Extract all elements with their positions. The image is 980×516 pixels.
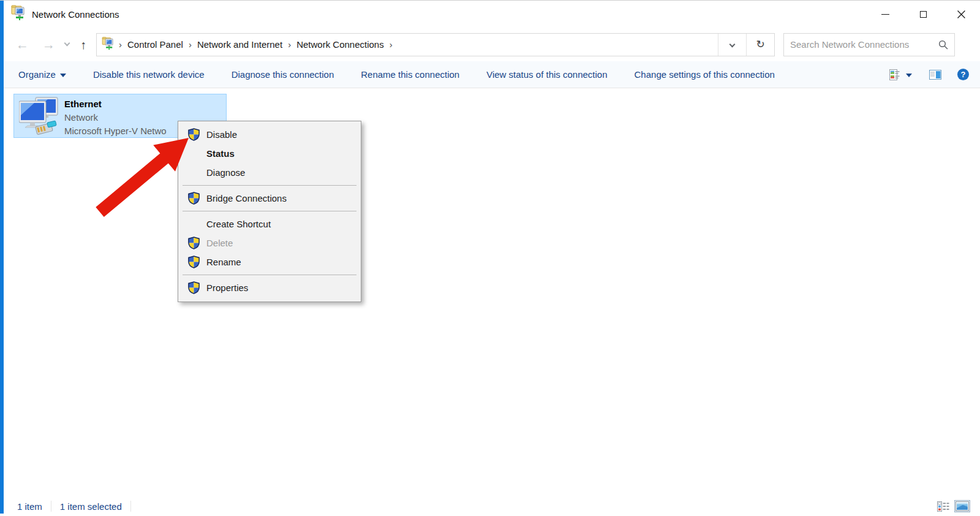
uac-shield-icon (187, 192, 200, 205)
ethernet-adapter-icon (14, 94, 64, 137)
details-view-button[interactable] (937, 501, 949, 512)
uac-shield-icon (187, 281, 200, 294)
menu-item-label: Disable (206, 129, 237, 140)
toolbar-item[interactable]: View status of this connection (486, 69, 607, 80)
breadcrumb-separator-icon: › (184, 39, 196, 50)
item-count: 1 item (4, 501, 51, 512)
menu-item-label: Status (206, 148, 235, 159)
command-toolbar: OrganizeDisable this network deviceDiagn… (4, 61, 980, 88)
toolbar-item[interactable]: Organize (18, 69, 66, 80)
breadcrumb-item[interactable]: Network and Internet (196, 39, 284, 50)
breadcrumb-separator-icon: › (284, 39, 295, 50)
minimize-button[interactable] (866, 1, 904, 28)
chevron-down-icon (729, 42, 736, 48)
forward-arrow-icon[interactable]: → (42, 38, 55, 51)
uac-shield-icon (187, 237, 200, 249)
back-arrow-icon[interactable]: ← (16, 38, 29, 51)
maximize-button[interactable] (904, 1, 942, 28)
uac-shield-icon (187, 281, 200, 294)
large-icons-view-icon (956, 501, 969, 511)
window-controls (866, 1, 980, 28)
toolbar-items: OrganizeDisable this network deviceDiagn… (18, 69, 802, 80)
menu-item-label: Properties (206, 283, 248, 293)
close-icon (957, 10, 965, 18)
views-icon (889, 69, 900, 80)
status-view-toggles (932, 500, 970, 512)
uac-shield-icon (187, 256, 200, 268)
uac-shield-icon (187, 192, 200, 205)
network-folder-icon (11, 5, 26, 23)
content-area[interactable]: Ethernet Network Microsoft Hyper-V Netwo (4, 88, 980, 502)
up-arrow-icon[interactable]: ↑ (80, 39, 86, 51)
menu-separator (183, 275, 356, 275)
breadcrumb: ›Control Panel›Network and Internet›Netw… (115, 39, 397, 50)
menu-item-properties[interactable]: Properties (178, 278, 361, 297)
breadcrumb-separator-icon: › (385, 39, 397, 50)
menu-item-status[interactable]: Status (178, 144, 361, 163)
toolbar-item[interactable]: Rename this connection (361, 69, 459, 80)
menu-item-label: Delete (206, 238, 233, 248)
menu-item-disable[interactable]: Disable (178, 125, 361, 144)
address-history-dropdown[interactable] (718, 34, 746, 56)
connection-network: Network (64, 111, 167, 124)
context-menu: DisableStatusDiagnose Bridge Connections… (178, 121, 361, 302)
uac-shield-icon (187, 237, 200, 249)
search-box (783, 33, 955, 56)
large-icons-view-button[interactable] (954, 500, 970, 512)
help-icon: ? (961, 70, 966, 79)
uac-shield-icon (187, 128, 200, 141)
menu-item-create-shortcut[interactable]: Create Shortcut (178, 214, 361, 233)
menu-item-bridge-connections[interactable]: Bridge Connections (178, 189, 361, 208)
recent-locations-chevron-icon[interactable] (64, 40, 70, 47)
toolbar-right-icons: ? (889, 69, 969, 80)
refresh-button[interactable]: ↻ (746, 34, 774, 56)
menu-item-label: Rename (206, 257, 241, 267)
views-button[interactable] (889, 69, 912, 80)
preview-pane-icon[interactable] (929, 70, 941, 80)
menu-item-rename[interactable]: Rename (178, 252, 361, 271)
menu-separator (183, 211, 356, 211)
breadcrumb-item[interactable]: Network Connections (295, 39, 385, 50)
refresh-icon: ↻ (756, 38, 764, 51)
menu-item-label: Bridge Connections (206, 193, 287, 203)
network-connections-window: Network Connections ← → ↑ (0, 0, 980, 516)
close-button[interactable] (942, 1, 980, 28)
uac-shield-icon (187, 256, 200, 268)
breadcrumb-separator-icon: › (115, 39, 126, 50)
views-dropdown-caret-icon (906, 74, 912, 77)
minimize-icon (881, 14, 889, 15)
title-bar: Network Connections (4, 1, 980, 28)
dropdown-caret-icon (60, 74, 66, 77)
connection-device: Microsoft Hyper-V Netwo (64, 124, 167, 137)
toolbar-item[interactable]: Diagnose this connection (232, 69, 334, 80)
menu-item-diagnose[interactable]: Diagnose (178, 163, 361, 182)
search-input[interactable] (790, 39, 938, 50)
address-bar[interactable]: ›Control Panel›Network and Internet›Netw… (96, 33, 775, 56)
address-location-icon (102, 37, 115, 53)
breadcrumb-item[interactable]: Control Panel (126, 39, 184, 50)
help-button[interactable]: ? (957, 69, 969, 80)
details-view-icon (937, 501, 949, 512)
search-icon[interactable] (938, 40, 948, 50)
menu-separator (183, 185, 356, 186)
uac-shield-icon (187, 128, 200, 141)
toolbar-item[interactable]: Change settings of this connection (635, 69, 775, 80)
connection-name: Ethernet (64, 97, 167, 111)
navigation-bar: ← → ↑ ›Control Panel›Network and Interne… (4, 28, 980, 61)
window-title: Network Connections (32, 9, 119, 20)
toolbar-item[interactable]: Disable this network device (93, 69, 205, 80)
selection-count: 1 item selected (51, 501, 131, 512)
menu-item-label: Diagnose (206, 167, 245, 178)
menu-item-label: Create Shortcut (206, 219, 271, 229)
status-bar: 1 item 1 item selected (4, 499, 980, 513)
connection-labels: Ethernet Network Microsoft Hyper-V Netwo (64, 94, 167, 137)
maximize-icon (920, 11, 927, 18)
menu-item-delete: Delete (178, 233, 361, 252)
